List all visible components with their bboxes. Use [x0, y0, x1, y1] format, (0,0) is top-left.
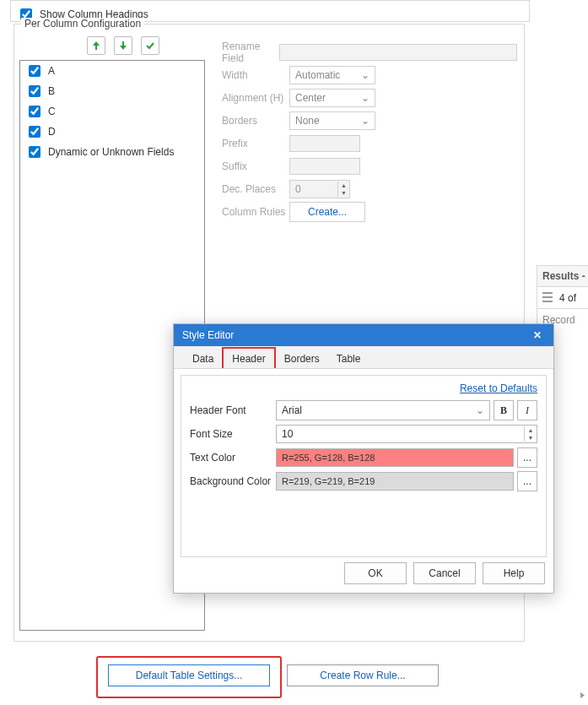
close-icon[interactable]: ✕ — [530, 328, 545, 343]
bg-color-label: Background Color — [190, 475, 276, 487]
suffix-label: Suffix — [222, 160, 289, 172]
col-check[interactable] — [29, 65, 40, 77]
col-label: A — [48, 65, 55, 77]
dialog-title: Style Editor — [182, 329, 234, 341]
col-check[interactable] — [29, 85, 40, 97]
borders-label: Borders — [222, 115, 289, 127]
rules-label: Column Rules — [222, 206, 289, 218]
property-table: Rename Field WidthAutomatic⌄ Alignment (… — [222, 41, 517, 224]
col-label: B — [48, 85, 55, 97]
col-check[interactable] — [29, 106, 40, 117]
col-check[interactable] — [29, 126, 40, 138]
align-select: Center⌄ — [289, 89, 375, 107]
dec-label: Dec. Places — [222, 183, 289, 195]
text-color-label: Text Color — [190, 452, 276, 464]
chevron-down-icon: ⌄ — [361, 115, 370, 127]
width-label: Width — [222, 69, 289, 81]
list-icon — [542, 292, 553, 302]
header-font-label: Header Font — [190, 404, 276, 416]
italic-button[interactable]: I — [517, 400, 537, 420]
align-label: Alignment (H) — [222, 92, 289, 104]
tab-table[interactable]: Table — [328, 349, 370, 368]
tab-bar: Data Header Borders Table — [174, 346, 553, 369]
list-item[interactable]: C — [20, 101, 204, 122]
results-count: 4 of — [537, 287, 588, 309]
font-size-label: Font Size — [190, 428, 276, 440]
list-item[interactable]: B — [20, 81, 204, 101]
rename-input — [279, 44, 517, 61]
col-label: C — [48, 106, 56, 117]
ok-button[interactable]: OK — [344, 562, 407, 584]
col-label: Dynamic or Unknown Fields — [48, 146, 174, 158]
reset-to-defaults-link[interactable]: Reset to Defaults — [190, 382, 537, 394]
bg-color-picker-button[interactable]: ... — [517, 471, 537, 491]
apply-button[interactable] — [141, 36, 159, 55]
fieldset-title: Per Column Configuration — [21, 18, 144, 30]
move-up-button[interactable] — [87, 36, 105, 55]
tab-data[interactable]: Data — [184, 349, 222, 368]
width-select: Automatic⌄ — [289, 66, 375, 84]
rename-label: Rename Field — [222, 41, 279, 64]
bold-button[interactable]: B — [494, 400, 514, 420]
prefix-label: Prefix — [222, 138, 289, 149]
dialog-titlebar[interactable]: Style Editor ✕ — [174, 324, 553, 346]
list-item[interactable]: Dynamic or Unknown Fields — [20, 142, 204, 162]
style-editor-dialog: Style Editor ✕ Data Header Borders Table… — [173, 323, 554, 594]
suffix-input — [289, 158, 360, 175]
scroll-right-icon[interactable] — [577, 690, 588, 701]
text-color-field[interactable]: R=255, G=128, B=128 — [276, 448, 514, 467]
chevron-down-icon: ⌄ — [476, 404, 484, 416]
list-item[interactable]: A — [20, 61, 204, 81]
font-size-input[interactable]: 10▲▼ — [276, 425, 537, 443]
move-down-button[interactable] — [114, 36, 132, 55]
bg-color-field[interactable]: R=219, G=219, B=219 — [276, 472, 514, 491]
create-rules-button[interactable]: Create... — [289, 202, 365, 222]
col-check[interactable] — [29, 146, 40, 158]
help-button[interactable]: Help — [483, 562, 545, 584]
tab-borders[interactable]: Borders — [276, 349, 328, 368]
results-header: Results - T — [537, 265, 588, 287]
create-row-rule-button[interactable]: Create Row Rule... — [287, 664, 439, 686]
chevron-down-icon: ⌄ — [361, 69, 370, 81]
borders-select: None⌄ — [289, 111, 375, 130]
tab-header[interactable]: Header — [222, 347, 275, 368]
cancel-button[interactable]: Cancel — [413, 562, 476, 584]
header-font-select[interactable]: Arial⌄ — [276, 400, 490, 420]
prefix-input — [289, 135, 360, 152]
list-item[interactable]: D — [20, 122, 204, 142]
text-color-picker-button[interactable]: ... — [517, 447, 537, 468]
col-label: D — [48, 126, 56, 138]
dec-places-input: 0▲▼ — [289, 180, 350, 198]
chevron-down-icon: ⌄ — [361, 92, 370, 104]
default-table-settings-button[interactable]: Default Table Settings... — [108, 664, 270, 686]
tab-body: Reset to Defaults Header Font Arial⌄ B I… — [181, 375, 547, 557]
